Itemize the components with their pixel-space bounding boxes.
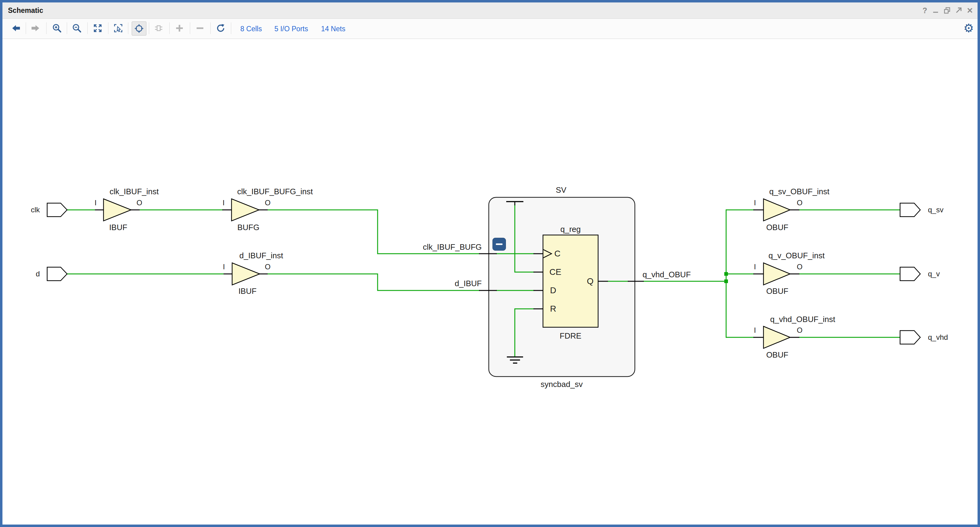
pin-label-o: O [265, 199, 271, 207]
output-port-q-vhd[interactable] [900, 331, 920, 344]
io-ports-count-link[interactable]: 5 I/O Ports [274, 24, 308, 33]
port-label-q-vhd: q_vhd [928, 333, 948, 342]
cell-clk-ibuf[interactable] [103, 199, 131, 221]
nets-count-link[interactable]: 14 Nets [321, 24, 345, 33]
pin-label-o: O [797, 326, 803, 334]
fdre-pin-r: R [550, 304, 556, 314]
cell-q-v-obuf[interactable] [764, 263, 790, 285]
port-label-d: d [36, 270, 40, 278]
input-port-d[interactable] [47, 267, 67, 281]
net-junction-dot [724, 279, 728, 283]
port-label-q-v: q_v [928, 270, 940, 278]
schematic-drawing [2, 39, 978, 525]
toolbar-separator [149, 22, 149, 34]
settings-gear-icon[interactable]: ⚙ [962, 21, 976, 35]
pin-label-i: I [754, 199, 756, 207]
net-label-d-ibuf: d_IBUF [455, 279, 482, 288]
cell-clk-ibuf-bufg[interactable] [232, 199, 259, 221]
output-port-q-sv[interactable] [900, 203, 920, 217]
zoom-in-icon[interactable] [50, 21, 64, 35]
toolbar-separator [67, 22, 67, 34]
refresh-icon[interactable] [213, 21, 228, 35]
pin-label-i: I [223, 199, 225, 207]
autofit-selection-icon[interactable] [132, 21, 146, 35]
register-type-label: FDRE [560, 331, 582, 341]
net-label-clk-ibuf-bufg: clk_IBUF_BUFG [423, 242, 482, 252]
fdre-pin-q: Q [587, 276, 593, 286]
cell-type-label: IBUF [238, 287, 256, 296]
minimize-icon[interactable] [932, 7, 939, 14]
net-d-ibuf[interactable] [268, 274, 480, 290]
add-icon[interactable] [172, 21, 186, 35]
toolbar: 8 Cells 5 I/O Ports 14 Nets ⚙ [2, 19, 978, 39]
minus-icon [496, 244, 503, 245]
port-label-q-sv: q_sv [928, 205, 943, 214]
help-icon[interactable]: ? [923, 7, 927, 14]
toolbar-separator [231, 22, 231, 34]
cell-type-label: OBUF [766, 223, 788, 232]
instance-label: q_sv_OBUF_inst [769, 187, 830, 196]
instance-label: clk_IBUF_BUFG_inst [237, 187, 313, 196]
window-title: Schematic [8, 6, 43, 15]
schematic-canvas[interactable] [2, 39, 978, 525]
fdre-pin-c: C [554, 249, 560, 259]
cell-d-ibuf[interactable] [232, 263, 260, 285]
instance-label: d_IBUF_inst [239, 251, 283, 260]
toolbar-separator [108, 22, 108, 34]
toolbar-separator [128, 22, 128, 34]
register-instance-label: q_reg [560, 224, 581, 234]
net-junction-dot [724, 272, 728, 276]
fdre-pin-ce: CE [549, 267, 562, 277]
pin-label-o: O [797, 263, 803, 271]
instance-label: q_vhd_OBUF_inst [770, 315, 835, 324]
remove-icon[interactable] [193, 21, 207, 35]
instance-label: q_v_OBUF_inst [768, 251, 825, 260]
zoom-out-icon[interactable] [70, 21, 84, 35]
pin-label-i: I [223, 263, 225, 271]
title-bar: Schematic ? ✕ [2, 2, 978, 19]
back-icon[interactable] [9, 21, 23, 35]
cells-count-link[interactable]: 8 Cells [240, 24, 262, 33]
cell-type-label: BUFG [237, 223, 259, 232]
zoom-selection-icon[interactable] [111, 21, 125, 35]
toolbar-separator [210, 22, 211, 34]
cell-type-label: OBUF [766, 287, 788, 296]
toolbar-separator [169, 22, 170, 34]
close-icon[interactable]: ✕ [967, 7, 973, 14]
cell-q-vhd-obuf[interactable] [764, 326, 790, 349]
float-icon[interactable] [943, 6, 951, 14]
input-port-clk[interactable] [47, 203, 67, 217]
cell-type-label: OBUF [766, 350, 788, 360]
net-label-q-vhd-obuf: q_vhd_OBUF [643, 270, 691, 279]
collapse-hierarchy-button[interactable] [492, 238, 506, 251]
cell-q-sv-obuf[interactable] [764, 199, 790, 221]
output-port-q-v[interactable] [900, 267, 920, 281]
forward-icon[interactable] [28, 21, 42, 35]
maximize-icon[interactable] [955, 6, 963, 14]
cell-type-label: IBUF [109, 223, 127, 232]
pin-label-o: O [137, 199, 142, 207]
pin-label-i: I [754, 326, 756, 334]
pin-label-i: I [95, 199, 97, 207]
toolbar-separator [87, 22, 88, 34]
hierarchy-instance-label: syncbad_sv [541, 380, 582, 389]
fdre-pin-d: D [550, 285, 556, 295]
pin-label-i: I [754, 263, 756, 271]
pin-label-o: O [797, 199, 803, 207]
toolbar-separator [190, 22, 190, 34]
zoom-fit-icon[interactable] [91, 21, 105, 35]
expand-cone-icon[interactable] [151, 21, 166, 35]
hierarchy-module-label: SV [556, 185, 566, 195]
port-label-clk: clk [31, 205, 40, 214]
instance-label: clk_IBUF_inst [110, 187, 159, 196]
schematic-window: Schematic ? ✕ [0, 0, 980, 527]
pin-label-o: O [265, 263, 271, 271]
